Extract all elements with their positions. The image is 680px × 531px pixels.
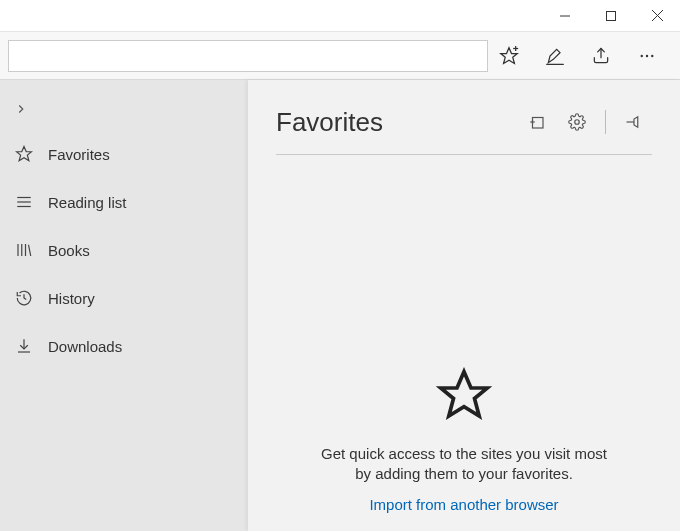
- panel-title: Favorites: [276, 107, 383, 138]
- sidebar-item-label: Downloads: [48, 338, 122, 355]
- history-icon: [14, 289, 34, 307]
- svg-point-10: [651, 54, 653, 56]
- favorites-panel: Favorites Get quick access to the sites …: [248, 80, 680, 531]
- more-icon[interactable]: [626, 36, 668, 76]
- reading-list-icon: [14, 193, 34, 211]
- favorites-empty-state: Get quick access to the sites you visit …: [276, 165, 652, 531]
- content-area: Favorites Reading list Books History Dow: [0, 80, 680, 531]
- sidebar-item-favorites[interactable]: Favorites: [0, 130, 248, 178]
- sidebar-item-label: History: [48, 290, 95, 307]
- panel-actions: [519, 104, 652, 140]
- sidebar-item-downloads[interactable]: Downloads: [0, 322, 248, 370]
- sidebar-item-label: Books: [48, 242, 90, 259]
- svg-marker-11: [17, 147, 32, 161]
- share-icon[interactable]: [580, 36, 622, 76]
- sidebar-back-button[interactable]: [0, 88, 248, 130]
- sidebar-item-label: Favorites: [48, 146, 110, 163]
- add-folder-icon[interactable]: [519, 104, 555, 140]
- hub-sidebar: Favorites Reading list Books History Dow: [0, 80, 248, 531]
- svg-line-18: [29, 245, 31, 256]
- svg-marker-4: [501, 47, 518, 63]
- svg-point-8: [641, 54, 643, 56]
- star-icon: [14, 145, 34, 163]
- svg-rect-21: [533, 118, 544, 129]
- divider: [276, 154, 652, 155]
- svg-rect-1: [607, 11, 616, 20]
- web-note-icon[interactable]: [534, 36, 576, 76]
- settings-icon[interactable]: [559, 104, 595, 140]
- svg-marker-26: [441, 371, 488, 415]
- toolbar-actions: [488, 36, 672, 76]
- svg-point-9: [646, 54, 648, 56]
- sidebar-item-reading-list[interactable]: Reading list: [0, 178, 248, 226]
- books-icon: [14, 241, 34, 259]
- empty-state-message: Get quick access to the sites you visit …: [312, 444, 616, 485]
- maximize-button[interactable]: [588, 0, 634, 32]
- sidebar-item-history[interactable]: History: [0, 274, 248, 322]
- import-from-browser-link[interactable]: Import from another browser: [369, 496, 558, 513]
- sidebar-item-label: Reading list: [48, 194, 126, 211]
- minimize-button[interactable]: [542, 0, 588, 32]
- divider: [605, 110, 606, 134]
- window-titlebar: [0, 0, 680, 32]
- close-button[interactable]: [634, 0, 680, 32]
- browser-toolbar: [0, 32, 680, 80]
- pin-icon[interactable]: [616, 104, 652, 140]
- downloads-icon: [14, 337, 34, 355]
- star-outline-icon: [436, 367, 492, 426]
- panel-header: Favorites: [276, 104, 652, 140]
- sidebar-item-books[interactable]: Books: [0, 226, 248, 274]
- svg-point-24: [575, 120, 580, 125]
- address-bar[interactable]: [8, 40, 488, 72]
- add-favorite-icon[interactable]: [488, 36, 530, 76]
